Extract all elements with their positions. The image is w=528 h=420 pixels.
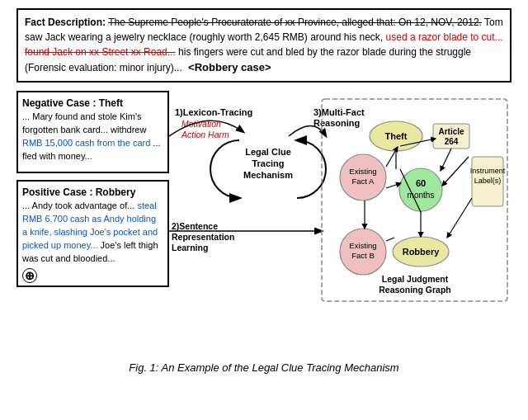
main-svg: Negative Case : Theft ... Mary found and… <box>16 91 512 355</box>
fact-strikethrough-2: found Jack on xx Street xx Road... <box>25 46 176 58</box>
existing-b-text-1: Existing <box>349 241 376 250</box>
graph-title-2: Reasoning Graph <box>379 285 451 295</box>
article-text-2: 264 <box>445 137 459 146</box>
diagram-area: Negative Case : Theft ... Mary found and… <box>16 91 512 355</box>
negative-case-text: ... Mary found and stole Kim's forgotten… <box>22 111 163 163</box>
lexicon-tracing-label: 1)Lexicon-Tracing <box>175 107 252 117</box>
edge-b-robbery <box>386 238 394 241</box>
instrument-text-2: Label(s) <box>474 177 502 185</box>
article-text-1: Article <box>438 127 464 136</box>
sentence-repr-label-2: Representation <box>172 232 234 242</box>
circular-arrow-left <box>210 140 239 198</box>
fig-caption: Fig. 1: An Example of the Legal Clue Tra… <box>16 361 512 374</box>
sentence-repr-label-1: 2)Sentence <box>172 221 218 231</box>
existing-b-text-2: Fact B <box>351 251 374 260</box>
robbery-tag: <Robbery case> <box>188 61 271 73</box>
robbery-label: Robbery <box>403 247 441 257</box>
fact-description-box: Fact Description: The Supreme People's P… <box>16 8 512 83</box>
fact-red-1: used a razor blade to cut... <box>386 31 503 43</box>
edge-article-months <box>441 149 451 171</box>
fact-strikethrough: The Supreme People's Procuratorate of xx… <box>108 17 482 28</box>
edge-instrument-months <box>442 157 469 186</box>
main-container: Fact Description: The Supreme People's P… <box>0 0 528 382</box>
positive-case-title: Positive Case : Robbery <box>22 186 163 200</box>
instrument-text-1: Instrument <box>470 167 506 175</box>
fact-label: Fact Description: <box>25 17 106 28</box>
months-text-1: 60 <box>416 178 426 188</box>
sentence-repr-label-3: Learning <box>172 243 208 252</box>
graph-title-1: Legal Judgment <box>382 274 449 284</box>
positive-case-text: ... Andy took advantage of... steal RMB … <box>22 200 163 266</box>
edge-a-months <box>386 183 401 188</box>
mechanism-text-1: Legal Clue <box>245 147 291 157</box>
mechanism-text-2: Tracing <box>252 158 284 168</box>
multi-fact-label-2: Reasoning <box>314 118 360 128</box>
action-harm-label: Action Harm <box>181 130 229 139</box>
mechanism-text-3: Mechanism <box>243 170 293 180</box>
edge-instrument-robbery <box>447 198 472 238</box>
plus-icon: ⊕ <box>22 268 37 283</box>
negative-case-title: Negative Case : Theft <box>22 97 163 111</box>
existing-a-text-2: Fact A <box>352 177 375 186</box>
existing-a-text-1: Existing <box>349 167 376 176</box>
months-node <box>399 168 442 211</box>
theft-label: Theft <box>385 131 408 141</box>
